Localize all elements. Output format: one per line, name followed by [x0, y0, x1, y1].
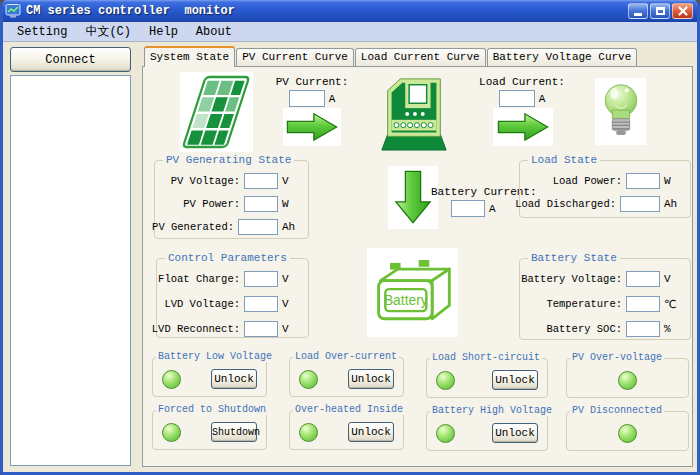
status-led-icon	[299, 423, 318, 442]
battery-voltage-unit: V	[660, 273, 684, 285]
tab-battery-voltage-curve[interactable]: Battery Voltage Curve	[487, 48, 638, 66]
unlock-button[interactable]: Unlock	[492, 370, 538, 390]
window-title: CM series controller monitor	[26, 4, 628, 18]
menubar: Setting 中文(C) Help About	[0, 22, 700, 42]
alarm-pv-disconnected: PV Disconnected	[566, 411, 689, 451]
load-current-input[interactable]	[499, 90, 535, 107]
menu-setting[interactable]: Setting	[8, 23, 76, 41]
alarm-title: Battery Low Voltage	[156, 351, 274, 362]
load-power-input[interactable]	[626, 173, 660, 189]
pv-current-label: PV Current:	[266, 76, 358, 88]
temperature-label: Temperature:	[524, 298, 626, 310]
load-power-unit: W	[660, 175, 684, 187]
battery-state-group: Battery State Battery Voltage: V Tempera…	[519, 258, 691, 340]
lvd-voltage-label: LVD Voltage:	[161, 298, 244, 310]
battery-icon-label: Battery	[383, 292, 427, 308]
load-discharged-input[interactable]	[620, 196, 660, 212]
alarm-load-over-current: Load Over-current Unlock	[289, 357, 404, 397]
pv-voltage-input[interactable]	[244, 173, 278, 189]
alarm-pv-over-voltage: PV Over-voltage	[566, 358, 689, 398]
tab-label: Load Current Curve	[361, 51, 480, 63]
float-charge-input[interactable]	[244, 271, 278, 287]
connect-button[interactable]: Connect	[10, 47, 131, 72]
tab-strip: System State PV Current Curve Load Curre…	[142, 46, 693, 66]
arrow-right-icon	[283, 108, 341, 146]
tab-system-state[interactable]: System State	[144, 46, 235, 67]
load-state-group: Load State Load Power: W Load Discharged…	[519, 160, 691, 218]
menu-about[interactable]: About	[187, 23, 241, 41]
alarm-battery-low-voltage: Battery Low Voltage Unlock	[152, 357, 267, 397]
lvd-reconnect-input[interactable]	[244, 321, 278, 337]
pv-generated-unit: Ah	[278, 221, 302, 233]
battery-current-input[interactable]	[451, 200, 485, 217]
menu-language[interactable]: 中文(C)	[76, 21, 140, 42]
maximize-button[interactable]	[650, 3, 670, 19]
group-title: Battery State	[528, 252, 620, 264]
status-led-icon	[162, 423, 181, 442]
pv-current-input[interactable]	[289, 90, 325, 107]
device-list[interactable]	[10, 75, 131, 466]
lvd-voltage-unit: V	[278, 298, 302, 310]
unlock-button[interactable]: Unlock	[492, 423, 538, 443]
window-controls	[628, 3, 693, 19]
pv-power-label: PV Power:	[159, 198, 244, 210]
unlock-button[interactable]: Unlock	[348, 422, 394, 442]
pv-current-block: PV Current: A	[266, 76, 358, 107]
load-current-block: Load Current: A	[476, 76, 568, 107]
tab-control: System State PV Current Curve Load Curre…	[142, 46, 693, 467]
tab-load-current-curve[interactable]: Load Current Curve	[355, 48, 486, 66]
status-led-icon	[436, 424, 455, 443]
alarm-load-short-circuit: Load Short-circuit Unlock	[426, 358, 548, 398]
pv-generated-label: PV Generated:	[152, 221, 238, 233]
tab-label: PV Current Curve	[242, 51, 348, 63]
lvd-reconnect-label: LVD Reconnect:	[152, 323, 244, 335]
status-led-icon	[436, 371, 455, 390]
group-title: PV Generating State	[163, 154, 294, 166]
battery-current-unit: A	[489, 203, 496, 215]
group-title: Load State	[528, 154, 600, 166]
shutdown-button[interactable]: Shutdown	[211, 422, 257, 442]
float-charge-unit: V	[278, 273, 302, 285]
tab-label: Battery Voltage Curve	[493, 51, 632, 63]
alarm-title: PV Over-voltage	[570, 352, 664, 363]
load-discharged-unit: Ah	[660, 198, 684, 210]
pv-power-input[interactable]	[244, 196, 278, 212]
float-charge-label: Float Charge:	[158, 273, 244, 285]
lvd-voltage-input[interactable]	[244, 296, 278, 312]
controller-icon	[375, 73, 453, 152]
alarm-title: Over-heated Inside	[293, 404, 405, 415]
pv-voltage-unit: V	[278, 175, 302, 187]
system-state-panel: PV Current: A	[142, 66, 693, 467]
app-window: CM series controller monitor Setting 中文(…	[0, 0, 700, 475]
load-current-label: Load Current:	[476, 76, 568, 88]
battery-soc-input[interactable]	[626, 321, 660, 337]
unlock-button[interactable]: Unlock	[211, 369, 257, 389]
alarm-over-heated-inside: Over-heated Inside Unlock	[289, 410, 404, 450]
pv-generated-input[interactable]	[238, 219, 278, 235]
load-current-unit: A	[539, 93, 546, 105]
light-bulb-icon	[595, 78, 646, 145]
unlock-button[interactable]: Unlock	[348, 369, 394, 389]
pv-voltage-label: PV Voltage:	[159, 175, 244, 187]
temperature-input[interactable]	[626, 296, 660, 312]
minimize-button[interactable]	[628, 3, 648, 19]
battery-voltage-input[interactable]	[626, 271, 660, 287]
alarm-title: Forced to Shutdown	[156, 404, 268, 415]
alarm-title: Battery High Voltage	[430, 405, 554, 416]
status-led-icon	[299, 370, 318, 389]
battery-soc-label: Battery SOC:	[524, 323, 626, 335]
load-discharged-label: Load Discharged:	[515, 198, 620, 210]
close-button[interactable]	[672, 3, 693, 19]
content-area: Connect System State PV Current Curve Lo…	[3, 42, 697, 472]
menu-help[interactable]: Help	[140, 23, 187, 41]
battery-soc-unit: %	[660, 323, 684, 335]
alarm-forced-to-shutdown: Forced to Shutdown Shutdown	[152, 410, 267, 450]
titlebar: CM series controller monitor	[0, 0, 700, 22]
arrow-right-icon	[493, 108, 553, 146]
alarm-title: Load Over-current	[293, 351, 399, 362]
status-led-icon	[162, 370, 181, 389]
control-parameters-group: Control Parameters Float Charge: V LVD V…	[156, 258, 309, 338]
tab-label: System State	[150, 51, 229, 63]
tab-pv-current-curve[interactable]: PV Current Curve	[236, 48, 354, 66]
group-title: Control Parameters	[165, 252, 290, 264]
